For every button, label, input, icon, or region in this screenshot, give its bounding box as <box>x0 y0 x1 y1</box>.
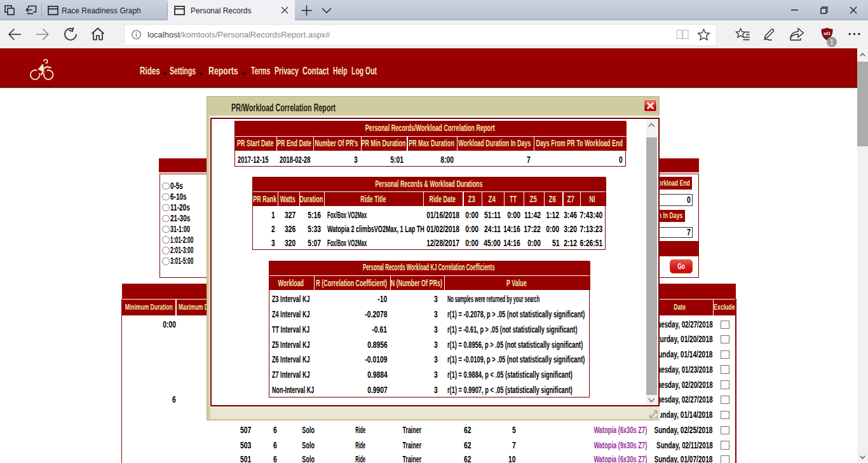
svg-text:uO: uO <box>824 31 831 36</box>
